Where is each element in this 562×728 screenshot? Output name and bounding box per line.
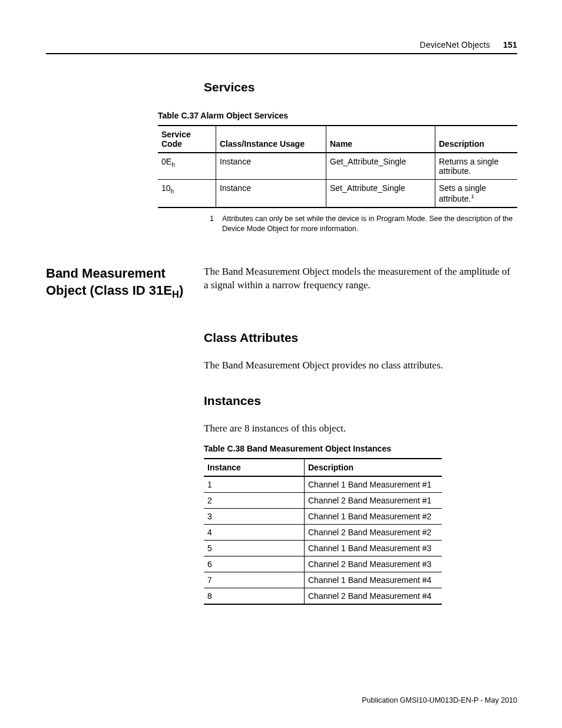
table-37-caption: Table C.37 Alarm Object Services — [158, 111, 517, 120]
footnote-text: Attributes can only be set while the dev… — [222, 214, 517, 234]
table-row: 4Channel 2 Band Measurement #2 — [204, 524, 442, 540]
table-row: 2Channel 2 Band Measurement #1 — [204, 492, 442, 508]
alarm-object-services-table: ServiceCode Class/Instance Usage Name De… — [158, 125, 517, 208]
table-37-footnote: 1 Attributes can only be set while the d… — [210, 214, 517, 234]
class-attributes-text: The Band Measurement Object provides no … — [204, 359, 517, 373]
col-instance-description: Description — [305, 459, 442, 476]
col-service-code: ServiceCode — [158, 126, 216, 153]
services-heading: Services — [204, 80, 517, 94]
table-row: 8Channel 2 Band Measurement #4 — [204, 588, 442, 604]
band-intro-text: The Band Measurement Object models the m… — [204, 265, 517, 292]
publication-footer: Publication GMSI10-UM013D-EN-P - May 201… — [362, 696, 517, 704]
col-instance: Instance — [204, 459, 305, 476]
table-row: 7Channel 1 Band Measurement #4 — [204, 572, 442, 588]
band-object-heading: Band Measurement Object (Class ID 31EH) — [46, 265, 190, 301]
col-description: Description — [435, 126, 518, 153]
header-section: DeviceNet Objects — [420, 40, 490, 50]
band-instances-table: Instance Description 1Channel 1 Band Mea… — [204, 458, 442, 605]
footnote-number: 1 — [210, 214, 214, 234]
table-row: 0Eh Instance Get_Attribute_Single Return… — [158, 153, 517, 180]
table-row: 5Channel 1 Band Measurement #3 — [204, 540, 442, 556]
instances-text: There are 8 instances of this object. — [204, 422, 517, 436]
table-row: 6Channel 2 Band Measurement #3 — [204, 556, 442, 572]
col-name: Name — [326, 126, 435, 153]
col-usage: Class/Instance Usage — [216, 126, 326, 153]
instances-heading: Instances — [204, 394, 517, 408]
table-38-caption: Table C.38 Band Measurement Object Insta… — [204, 444, 517, 453]
class-attributes-heading: Class Attributes — [204, 331, 517, 345]
table-row: 3Channel 1 Band Measurement #2 — [204, 508, 442, 524]
table-row: 10h Instance Set_Attribute_Single Sets a… — [158, 180, 517, 207]
table-row: 1Channel 1 Band Measurement #1 — [204, 476, 442, 493]
header-page-number: 151 — [503, 40, 517, 50]
running-header: DeviceNet Objects 151 — [46, 40, 517, 54]
